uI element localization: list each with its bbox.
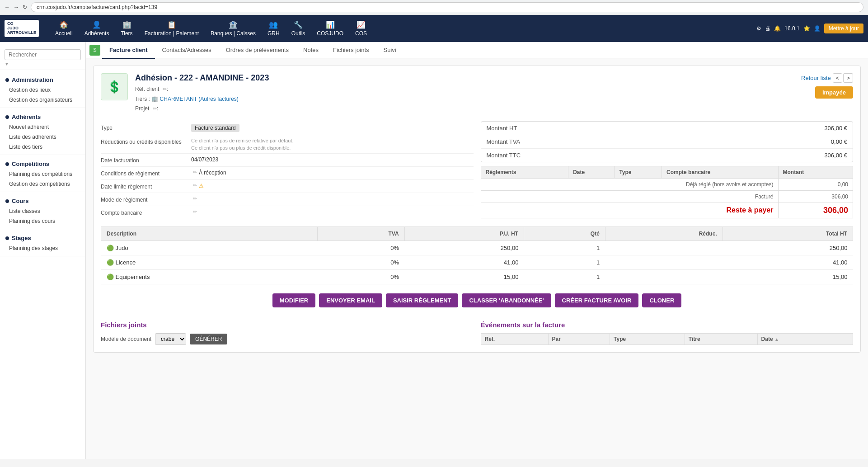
- deja-regle-label: Déjà réglé (hors avoirs et acomptes): [481, 178, 778, 190]
- sidebar-divider: [0, 155, 85, 155]
- form-row-mode: Mode de règlement ✏: [101, 193, 474, 206]
- settings-icon[interactable]: ⚙: [756, 25, 761, 32]
- conditions-edit-icon[interactable]: ✏: [193, 170, 197, 175]
- item-total-ht: 250,00: [723, 241, 853, 255]
- sidebar-link-planning-des-compétitions[interactable]: Planning des compétitions: [0, 169, 85, 179]
- update-button[interactable]: Mettre à jour: [824, 24, 863, 33]
- tab-fichiers-joints[interactable]: Fichiers joints: [326, 42, 376, 59]
- mode-edit-icon[interactable]: ✏: [193, 196, 197, 202]
- nav-item-outils[interactable]: 🔧Outils: [287, 18, 310, 39]
- sidebar-link-gestion-des-lieux[interactable]: Gestion des lieux: [0, 85, 85, 95]
- ref-client-label: Réf. client: [135, 86, 159, 92]
- sidebar-link-liste-des-adhérents[interactable]: Liste des adhérents: [0, 132, 85, 142]
- reste-value: 306,00: [778, 203, 853, 218]
- action-buttons: MODIFIERENVOYER EMAILSAISIR RÈGLEMENTCLA…: [101, 284, 853, 312]
- events-table: Réf. Par Type Titre Date ▲: [481, 333, 854, 345]
- tab-facture-client[interactable]: Facture client: [102, 42, 155, 59]
- item-reduc: [605, 269, 723, 284]
- url-bar[interactable]: crm.cosjudo.fr/compta/facture/card.php?f…: [31, 2, 863, 12]
- projet-edit-icon[interactable]: ✏: [153, 106, 157, 111]
- sidebar-link-gestion-des-organisateurs[interactable]: Gestion des organisateurs: [0, 95, 85, 105]
- star-icon[interactable]: ⭐: [803, 25, 810, 32]
- sidebar-divider: [0, 229, 85, 229]
- nav-item-banques[interactable]: 🏦Banques | Caisses: [206, 18, 260, 39]
- nav-label-adherents: Adhérents: [84, 30, 109, 37]
- sidebar-link-liste-classes[interactable]: Liste classes: [0, 206, 85, 216]
- item-total-ht: 15,00: [723, 269, 853, 284]
- table-row: 🟢Licence 0% 41,00 1 41,00: [101, 255, 853, 269]
- section-title-label: Cours: [12, 198, 29, 204]
- saisir-reglement-button[interactable]: SAISIR RÈGLEMENT: [386, 293, 459, 307]
- top-navigation: COJUDOARTROUVILLE 🏠Accueil👤Adhérents🏢Tie…: [0, 15, 868, 42]
- date-limite-value: ✏ ⚠: [191, 183, 204, 189]
- item-description: 🟢Equipements: [101, 269, 318, 284]
- tiers-link[interactable]: CHARMETANT (Autres factures): [160, 96, 239, 102]
- browser-nav-forward[interactable]: →: [14, 4, 19, 10]
- compte-edit-icon[interactable]: ✏: [193, 209, 197, 215]
- payments-col-montant: Montant: [778, 166, 853, 178]
- creer-facture-avoir-button[interactable]: CRÉER FACTURE AVOIR: [555, 293, 639, 307]
- sidebar-link-planning-des-stages[interactable]: Planning des stages: [0, 243, 85, 253]
- browser-nav-back[interactable]: ←: [5, 4, 10, 10]
- payments-col-date: Date: [568, 166, 615, 178]
- browser-refresh[interactable]: ↻: [23, 4, 27, 10]
- logo-box: COJUDOARTROUVILLE: [5, 20, 39, 37]
- prev-arrow[interactable]: <: [833, 73, 843, 83]
- sidebar-link-nouvel-adhérent[interactable]: Nouvel adhérent: [0, 122, 85, 132]
- document-select[interactable]: crabe: [155, 333, 186, 345]
- tab-notes[interactable]: Notes: [296, 42, 326, 59]
- compte-value: ✏: [191, 209, 197, 215]
- section-title-label: Compétitions: [12, 160, 49, 167]
- nav-item-tiers[interactable]: 🏢Tiers: [116, 18, 137, 39]
- sidebar-link-liste-des-tiers[interactable]: Liste des tiers: [0, 142, 85, 152]
- status-badge: Impayée: [815, 86, 853, 99]
- search-input[interactable]: [5, 49, 81, 60]
- ref-client-edit-icon[interactable]: ✏: [163, 86, 167, 92]
- sidebar-link-planning-des-cours[interactable]: Planning des cours: [0, 216, 85, 226]
- nav-item-facturation[interactable]: 📋Facturation | Paiement: [140, 18, 204, 39]
- form-row-date-limite: Date limite règlement ✏ ⚠: [101, 180, 474, 193]
- reductions-value: Ce client n'a pas de remise relative par…: [191, 138, 294, 151]
- notification-icon[interactable]: 🔔: [774, 25, 781, 32]
- modifier-button[interactable]: MODIFIER: [272, 293, 316, 307]
- nav-item-cosjudo[interactable]: 📊COSJUDO: [312, 18, 348, 39]
- item-icon: 🟢: [107, 274, 114, 280]
- nav-label-cosjudo: COSJUDO: [317, 30, 343, 37]
- retour-liste[interactable]: Retour liste < >: [801, 73, 853, 83]
- deja-regle-value: 0,00: [778, 178, 853, 190]
- next-arrow[interactable]: >: [843, 73, 853, 83]
- sidebar-link-gestion-des-compétitions[interactable]: Gestion des compétitions: [0, 179, 85, 189]
- evenements-section: Événements sur la facture Réf. Par Type …: [481, 321, 854, 345]
- tabs-container: Facture clientContacts/AdressesOrdres de…: [102, 42, 404, 58]
- tab-ordres-prelevement[interactable]: Ordres de prélèvements: [219, 42, 296, 59]
- cloner-button[interactable]: CLONER: [642, 293, 681, 307]
- sort-icon[interactable]: ▲: [774, 337, 779, 342]
- date-limite-edit-icon[interactable]: ✏: [193, 183, 197, 189]
- print-icon[interactable]: 🖨: [765, 25, 770, 32]
- nav-item-grh[interactable]: 👥GRH: [263, 18, 284, 39]
- invoice-meta: Réf. client ✏: Tiers : 🏢 CHARMETANT (Aut…: [135, 85, 794, 114]
- invoice-icon: 💲: [101, 73, 128, 100]
- payments-col-compte: Compte bancaire: [662, 166, 778, 178]
- section-title-label: Administration: [12, 76, 53, 83]
- items-col-qty: Qté: [524, 226, 605, 241]
- generer-button[interactable]: GÉNÉRER: [190, 334, 227, 344]
- nav-item-adherents[interactable]: 👤Adhérents: [80, 18, 114, 39]
- search-chevron[interactable]: ▼: [5, 61, 9, 66]
- events-col-ref: Réf.: [481, 333, 548, 344]
- invoice-title: Adhésion - 222 - AMANDINE - 2023: [135, 73, 794, 83]
- nav-icon-cos: 📈: [357, 20, 366, 29]
- type-badge: Facture standard: [191, 124, 239, 132]
- nav-label-accueil: Accueil: [55, 30, 73, 37]
- item-tva: 0%: [318, 255, 404, 269]
- classer-abandonnee-button[interactable]: CLASSER 'ABANDONNÉE': [462, 293, 551, 307]
- table-row: 🟢Equipements 0% 15,00 1 15,00: [101, 269, 853, 284]
- logo-text: COJUDOARTROUVILLE: [7, 22, 36, 35]
- envoyer-email-button[interactable]: ENVOYER EMAIL: [319, 293, 382, 307]
- nav-item-accueil[interactable]: 🏠Accueil: [51, 18, 77, 39]
- nav-item-cos[interactable]: 📈COS: [351, 18, 371, 39]
- tab-contacts-adresses[interactable]: Contacts/Adresses: [155, 42, 219, 59]
- sidebar-section-administration: Administration: [0, 74, 85, 85]
- sidebar-section-cours: Cours: [0, 195, 85, 206]
- tab-suivi[interactable]: Suivi: [376, 42, 404, 59]
